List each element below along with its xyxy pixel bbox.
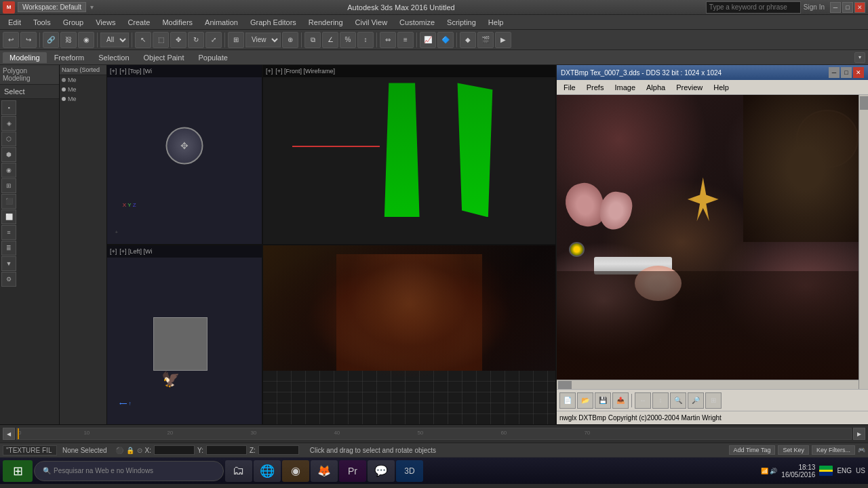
select-move-button[interactable]: ✥: [170, 32, 186, 48]
left-icon-8[interactable]: ⬜: [1, 209, 16, 224]
viewport-bottom-left[interactable]: [+] [+] [Left] [Wi 🦅 ⟵ ↑: [107, 245, 263, 424]
schematic-view[interactable]: 🔷: [437, 32, 454, 48]
sign-in-text[interactable]: Sign In: [804, 3, 825, 11]
redo-button[interactable]: ↪: [20, 32, 37, 48]
menu-modifiers[interactable]: Modifiers: [157, 17, 198, 28]
dxt-menu-alpha[interactable]: Alpha: [642, 82, 669, 93]
rotate-button[interactable]: ↻: [188, 32, 204, 48]
select-link-button[interactable]: 🔗: [43, 32, 59, 48]
viewport-top-right[interactable]: [+] [+] [Front] [Wireframe]: [263, 65, 555, 244]
workspace-button[interactable]: Workspace: Default: [18, 2, 86, 12]
mirror-button[interactable]: ⇔: [380, 32, 396, 48]
filter-dropdown[interactable]: All: [100, 33, 129, 47]
add-time-tag-btn[interactable]: Add Time Tag: [729, 445, 776, 455]
start-button[interactable]: ⊞: [3, 460, 33, 482]
taskbar-skype[interactable]: 💬: [368, 460, 395, 482]
pivot-button[interactable]: ⊕: [282, 32, 298, 48]
menu-civil-view[interactable]: Civil View: [350, 17, 393, 28]
taskbar-explorer[interactable]: 🗂: [225, 460, 252, 482]
dxt-menu-help[interactable]: Help: [709, 82, 733, 93]
taskbar-firefox[interactable]: 🦊: [311, 460, 338, 482]
vp-bl-plus[interactable]: [+]: [110, 248, 117, 255]
timeline-right-btn[interactable]: ▶: [853, 428, 865, 440]
left-icon-7[interactable]: ⬛: [1, 194, 16, 209]
tab-populate[interactable]: Populate: [191, 52, 234, 63]
snap-toggle[interactable]: ⧉: [304, 32, 321, 48]
menu-help[interactable]: Help: [483, 17, 509, 28]
dxt-scrollbar-bottom[interactable]: [557, 380, 859, 389]
percent-snap[interactable]: %: [340, 32, 356, 48]
tab-selection[interactable]: Selection: [92, 52, 136, 63]
viewport-top-left[interactable]: [+] [+] [Top] [Wi ✥ X Y Z +: [107, 65, 263, 244]
dxt-flip-v[interactable]: ↕: [652, 392, 669, 409]
scene-item-3[interactable]: Me: [60, 94, 106, 104]
angle-snap[interactable]: ∠: [322, 32, 338, 48]
taskbar-search[interactable]: 🔍 Pesquisar na Web e no Windows: [34, 461, 224, 481]
dxt-new-btn[interactable]: 📄: [559, 392, 576, 409]
dxt-menu-prefs[interactable]: Prefs: [583, 82, 608, 93]
dxt-minimize[interactable]: ─: [829, 67, 840, 78]
menu-rendering[interactable]: Rendering: [303, 17, 349, 28]
undo-button[interactable]: ↩: [3, 32, 19, 48]
left-icon-4[interactable]: ⬢: [1, 147, 16, 162]
dxt-export-btn[interactable]: 📤: [612, 392, 629, 409]
taskbar-edge[interactable]: 🌐: [254, 460, 281, 482]
taskbar-chrome[interactable]: ◉: [282, 460, 309, 482]
scene-item-1[interactable]: Me: [60, 75, 106, 85]
unlink-button[interactable]: ⛓: [60, 32, 77, 48]
menu-animation[interactable]: Animation: [199, 17, 243, 28]
tab-object-paint[interactable]: Object Paint: [137, 52, 191, 63]
minimize-button[interactable]: ─: [830, 2, 841, 13]
left-icon-12[interactable]: ⚙: [1, 272, 16, 287]
align-button[interactable]: ≡: [397, 32, 414, 48]
scroll-thumb[interactable]: [860, 96, 868, 110]
tab-modeling[interactable]: Modeling: [3, 52, 47, 63]
left-icon-5[interactable]: ◉: [1, 163, 16, 178]
menu-group[interactable]: Group: [58, 17, 90, 28]
x-field[interactable]: [154, 445, 195, 455]
left-icon-6[interactable]: ⊞: [1, 178, 16, 193]
dxt-zoom-out[interactable]: 🔎: [688, 392, 704, 409]
dxt-close[interactable]: ✕: [853, 67, 864, 78]
tab-freeform[interactable]: Freeform: [47, 52, 92, 63]
timeline-left-btn[interactable]: ◀: [3, 428, 15, 440]
menu-scripting[interactable]: Scripting: [441, 17, 481, 28]
ref-coord-button[interactable]: ⊞: [228, 32, 244, 48]
vp-tl-plus[interactable]: [+]: [110, 68, 117, 75]
menu-tools[interactable]: Tools: [28, 17, 56, 28]
timeline-track[interactable]: 0 10 20 30 40 50 60 70: [16, 428, 852, 440]
dxt-save-btn[interactable]: 💾: [595, 392, 611, 409]
left-icon-10[interactable]: ≣: [1, 241, 16, 256]
close-button[interactable]: ✕: [854, 2, 865, 13]
render-frame[interactable]: ▶: [495, 32, 511, 48]
spinner-snap[interactable]: ↕: [357, 32, 374, 48]
dxt-maximize[interactable]: □: [841, 67, 852, 78]
dxt-scrollbar-right[interactable]: [859, 95, 868, 389]
y-field[interactable]: [206, 445, 247, 455]
left-icon-11[interactable]: ▼: [1, 256, 16, 271]
z-field[interactable]: [258, 445, 299, 455]
viewport-perspective[interactable]: [+] [+] [Perspective] [Realistic]: [263, 245, 555, 424]
dxt-menu-file[interactable]: File: [559, 82, 580, 93]
search-input[interactable]: [706, 1, 801, 14]
left-icon-9[interactable]: ≡: [1, 225, 16, 240]
scale-button[interactable]: ⤢: [205, 32, 222, 48]
dxt-flip-h[interactable]: ↔: [635, 392, 651, 409]
dxt-fit[interactable]: ⊞: [705, 392, 722, 409]
dxt-zoom-in[interactable]: 🔍: [670, 392, 686, 409]
view-dropdown[interactable]: View: [245, 33, 281, 47]
select-region-button[interactable]: ⬚: [153, 32, 169, 48]
menu-graph-editors[interactable]: Graph Editors: [245, 17, 302, 28]
menu-customize[interactable]: Customize: [394, 17, 440, 28]
scene-item-2[interactable]: Me: [60, 85, 106, 94]
scroll-thumb-h[interactable]: [558, 381, 572, 389]
material-editor[interactable]: ◆: [460, 32, 476, 48]
set-key-btn[interactable]: Set Key: [778, 445, 809, 455]
left-icon-2[interactable]: ◈: [1, 116, 16, 131]
maximize-button[interactable]: □: [842, 2, 853, 13]
playhead[interactable]: [18, 428, 19, 439]
navigation-gizmo[interactable]: ✥: [166, 127, 203, 164]
dxt-open-btn[interactable]: 📂: [577, 392, 593, 409]
left-icon-3[interactable]: ⬡: [1, 131, 16, 146]
key-filters-btn[interactable]: Key Filters...: [812, 445, 855, 455]
